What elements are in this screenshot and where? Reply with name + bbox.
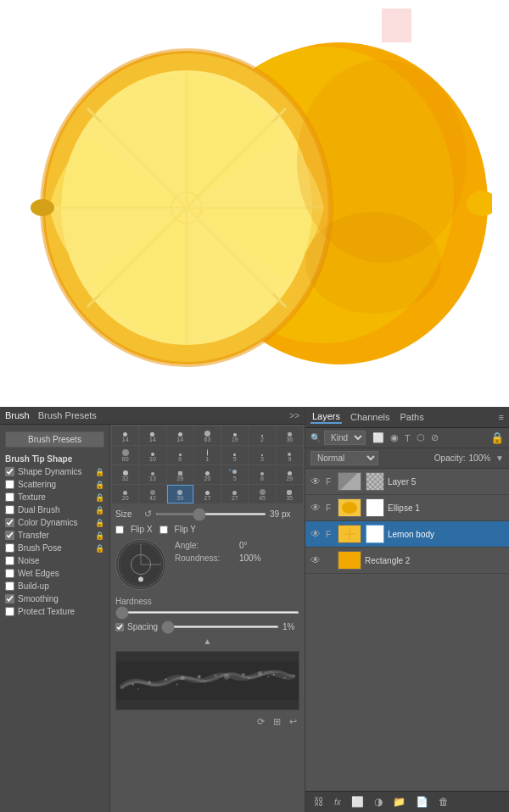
brush-cell-27[interactable]: 35 (277, 485, 303, 503)
layer-row-3[interactable]: 👁 Rectangle 2 (305, 548, 509, 574)
visibility-icon-0[interactable]: 👁 (310, 476, 322, 487)
wet-edges-checkbox[interactable] (5, 569, 14, 578)
dual-brush-checkbox[interactable] (5, 505, 14, 514)
layers-header: Layers Channels Paths ≡ (305, 407, 509, 428)
spacing-checkbox[interactable] (115, 623, 124, 631)
roundness-row: Roundness: 100% (175, 552, 299, 565)
texture-checkbox[interactable] (5, 492, 14, 502)
filter-adj-icon[interactable]: ◉ (389, 432, 400, 443)
layer-row-2[interactable]: 👁 F Lemon body (305, 521, 509, 548)
brush-tip-shape-title[interactable]: Brush Tip Shape (0, 451, 109, 465)
brush-option-protect-texture[interactable]: Protect Texture (0, 605, 109, 618)
panel-menu-icon[interactable]: >> (289, 411, 299, 420)
brush-cell-10[interactable]: 1 (194, 446, 221, 464)
group-btn[interactable]: 📁 (389, 795, 409, 809)
smoothing-checkbox[interactable] (5, 594, 14, 603)
brush-option-scattering[interactable]: Scattering 🔒 (0, 478, 109, 491)
brush-cell-9[interactable]: 6 (167, 446, 193, 464)
brush-cell-21[interactable]: 20 (112, 485, 138, 503)
layer-row-1[interactable]: 👁 F Ellipse 1 (305, 495, 509, 521)
noise-checkbox[interactable] (5, 556, 14, 565)
color-dynamics-checkbox[interactable] (5, 518, 14, 527)
layer-row-0[interactable]: 👁 F Layer 5 (305, 469, 509, 495)
add-mask-btn[interactable]: ⬜ (348, 795, 367, 809)
brush-angle-preview[interactable] (115, 539, 166, 590)
brush-option-wet-edges[interactable]: Wet Edges (0, 567, 109, 580)
paths-tab[interactable]: Paths (399, 411, 426, 423)
visibility-icon-3[interactable]: 👁 (310, 554, 322, 566)
brush-cell-1[interactable]: 14 (139, 426, 165, 445)
filter-lock-icon[interactable]: 🔒 (490, 431, 504, 444)
brush-cell-20[interactable]: 29 (277, 465, 303, 484)
brush-cell-23[interactable]: 39 (167, 485, 193, 503)
brush-option-brush-pose[interactable]: Brush Pose 🔒 (0, 542, 109, 554)
brush-option-shape-dynamics[interactable]: Shape Dynamics 🔒 (0, 465, 109, 478)
size-reset-icon[interactable]: ↺ (144, 509, 152, 520)
brush-cell-7[interactable]: 60 (112, 446, 138, 464)
filter-type-icon[interactable]: T (403, 432, 412, 443)
brush-cell-2[interactable]: 14 (167, 426, 193, 445)
brush-option-noise[interactable]: Noise (0, 554, 109, 567)
brush-cell-18[interactable]: + 5 (221, 465, 248, 484)
layers-tab[interactable]: Layers (310, 410, 342, 424)
brush-option-buildup[interactable]: Build-up (0, 580, 109, 592)
new-layer-btn[interactable]: 📄 (412, 795, 432, 809)
brush-option-transfer[interactable]: Transfer 🔒 (0, 529, 109, 542)
link-layers-btn[interactable]: ⛓ (310, 795, 327, 809)
brush-cell-24[interactable]: 27 (194, 485, 221, 503)
kind-select[interactable]: Kind (324, 431, 366, 445)
adjustment-btn[interactable]: ◑ (371, 795, 386, 809)
hardness-slider[interactable] (115, 611, 299, 614)
brush-cell-14[interactable]: 32 (112, 465, 138, 484)
delete-layer-btn[interactable]: 🗑 (435, 795, 452, 809)
filter-smart-icon[interactable]: ⊘ (429, 432, 440, 443)
brush-cell-8[interactable]: 10 (139, 446, 165, 464)
transfer-checkbox[interactable] (5, 531, 14, 540)
brush-cell-4[interactable]: 19 (221, 426, 248, 445)
flip-y-checkbox[interactable] (159, 526, 168, 534)
protect-texture-checkbox[interactable] (5, 607, 14, 616)
layers-menu-icon[interactable]: ≡ (499, 412, 504, 422)
scattering-checkbox[interactable] (5, 480, 14, 489)
brush-cell-3[interactable]: 63 (194, 426, 221, 445)
brush-presets-button[interactable]: Brush Presets (5, 431, 104, 448)
svg-point-36 (272, 674, 275, 676)
brush-option-texture[interactable]: Texture 🔒 (0, 491, 109, 503)
brush-cell-15[interactable]: 13 (139, 465, 165, 484)
brush-cell-26[interactable]: 45 (249, 485, 275, 503)
brush-tab[interactable]: Brush (5, 410, 30, 420)
brush-cell-11[interactable]: 5 (221, 446, 248, 464)
brush-option-dual-brush[interactable]: Dual Brush 🔒 (0, 503, 109, 516)
brush-cell-5[interactable]: 2 (249, 426, 275, 445)
channels-tab[interactable]: Channels (349, 411, 391, 423)
flip-x-checkbox[interactable] (115, 526, 124, 534)
brush-cell-13[interactable]: 9 (277, 446, 303, 464)
brush-pose-checkbox[interactable] (5, 543, 14, 553)
brush-cell-6[interactable]: 36 (277, 426, 303, 445)
buildup-checkbox[interactable] (5, 581, 14, 591)
brush-icon-3[interactable]: ↩ (287, 715, 299, 728)
brush-cell-0[interactable]: 14 (112, 426, 138, 445)
brush-cell-22[interactable]: 42 (139, 485, 165, 503)
brush-cell-16[interactable]: 28 (167, 465, 193, 484)
brush-option-color-dynamics[interactable]: Color Dynamics 🔒 (0, 516, 109, 529)
brush-cell-25[interactable]: 27 (221, 485, 248, 503)
brush-cell-12[interactable]: 3 (249, 446, 275, 464)
brush-presets-tab[interactable]: Brush Presets (38, 410, 97, 420)
fx-btn[interactable]: fx (331, 797, 344, 808)
brush-icon-2[interactable]: ⊞ (271, 715, 283, 728)
spacing-slider[interactable] (161, 626, 279, 628)
visibility-icon-2[interactable]: 👁 (310, 528, 322, 540)
filter-pixel-icon[interactable]: ⬜ (371, 432, 386, 443)
brush-cell-19[interactable]: 8 (249, 465, 275, 484)
blend-mode-select[interactable]: Normal Multiply Screen (310, 451, 378, 465)
shape-dynamics-checkbox[interactable] (5, 467, 14, 476)
visibility-icon-1[interactable]: 👁 (310, 502, 322, 514)
filter-shape-icon[interactable]: ⬡ (415, 432, 427, 443)
link-icon-0: F (326, 477, 334, 487)
size-slider[interactable] (155, 513, 266, 515)
brush-cell-17[interactable]: 20 (194, 465, 221, 484)
brush-icon-1[interactable]: ⟳ (255, 715, 267, 728)
brush-option-smoothing[interactable]: Smoothing (0, 592, 109, 605)
panels-container: Brush Brush Presets >> Brush Presets Bru… (0, 407, 509, 812)
